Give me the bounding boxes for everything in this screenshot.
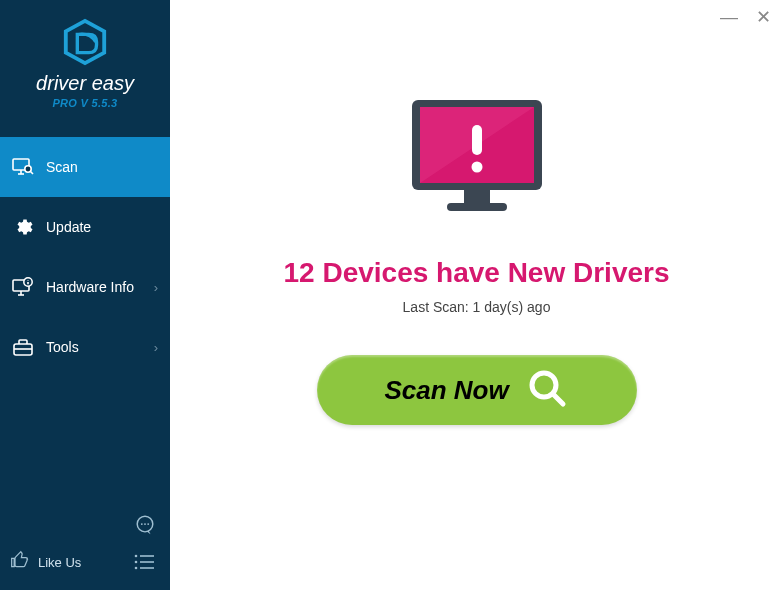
svg-point-15 [141,523,143,525]
window-controls: — ✕ [720,8,771,26]
svg-rect-28 [464,190,490,204]
svg-point-20 [135,561,138,564]
sidebar-item-tools[interactable]: Tools › [0,317,170,377]
brand-name: driver easy [0,72,170,95]
sidebar: driver easy PRO V 5.5.3 Scan [0,0,170,590]
chevron-right-icon: › [154,280,158,295]
svg-point-27 [471,162,482,173]
monitor-search-icon [12,156,34,178]
scan-now-label: Scan Now [384,375,508,406]
close-button[interactable]: ✕ [756,8,771,26]
gear-icon [12,216,34,238]
chevron-right-icon: › [154,340,158,355]
svg-point-18 [135,555,138,558]
main-panel: — ✕ 12 Devices have New Drivers Last Sca… [170,0,783,590]
magnify-icon [525,366,569,414]
svg-rect-29 [447,203,507,211]
sidebar-footer: Like Us [0,498,170,590]
menu-list-icon[interactable] [134,551,156,573]
minimize-button[interactable]: — [720,8,738,26]
content-area: 12 Devices have New Drivers Last Scan: 1… [170,0,783,425]
nav: Scan Update [0,137,170,377]
chat-icon[interactable] [134,514,156,536]
sidebar-item-label: Hardware Info [46,279,134,295]
svg-rect-26 [472,125,482,155]
svg-point-4 [25,166,31,172]
hardware-info-icon [12,276,34,298]
like-us-button[interactable]: Like Us [10,550,81,574]
logo-area: driver easy PRO V 5.5.3 [0,0,170,119]
sidebar-item-update[interactable]: Update [0,197,170,257]
toolbox-icon [12,336,34,358]
sidebar-item-scan[interactable]: Scan [0,137,170,197]
svg-point-22 [135,567,138,570]
alert-monitor-icon [402,95,552,229]
scan-now-button[interactable]: Scan Now [317,355,637,425]
svg-marker-0 [66,21,104,63]
like-us-label: Like Us [38,555,81,570]
devices-headline: 12 Devices have New Drivers [283,257,669,289]
last-scan-text: Last Scan: 1 day(s) ago [403,299,551,315]
svg-point-17 [147,523,149,525]
thumbs-up-icon [10,550,30,574]
svg-line-5 [31,172,34,175]
sidebar-item-label: Tools [46,339,79,355]
app-window: driver easy PRO V 5.5.3 Scan [0,0,783,590]
version-label: PRO V 5.5.3 [0,97,170,109]
sidebar-item-hardware-info[interactable]: Hardware Info › [0,257,170,317]
svg-point-16 [144,523,146,525]
logo-icon [61,18,109,66]
sidebar-item-label: Scan [46,159,78,175]
sidebar-item-label: Update [46,219,91,235]
svg-line-31 [553,394,563,404]
